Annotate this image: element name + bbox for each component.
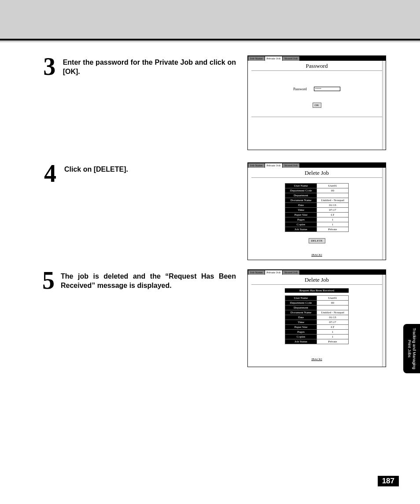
table-row: User NameUser01 [285, 296, 349, 301]
step-text: The job is deleted and the “Request Has … [61, 269, 236, 291]
delete-button[interactable]: DELETE [309, 238, 325, 243]
table-row: Date01/13 [285, 315, 349, 320]
page-body: 3 Enter the password for the Private Job… [0, 42, 420, 504]
tab-stored-job[interactable]: Stored Job [283, 270, 299, 275]
tab-bar: Job Status Private Job Stored Job [248, 56, 386, 61]
scrollbar[interactable] [382, 275, 386, 367]
tab-stored-job[interactable]: Stored Job [283, 56, 299, 61]
step-number: 3 [42, 55, 57, 77]
table-row: Job StatusPrivate [285, 339, 349, 344]
back-link[interactable]: [BACK] [248, 253, 386, 257]
table-row: Department Code00 [285, 188, 349, 193]
step-text: Click on [DELETE]. [64, 162, 128, 174]
screenshot-request-received: Job Status Private Job Stored Job Delete… [247, 269, 386, 367]
tab-stored-job[interactable]: Stored Job [283, 163, 299, 168]
step-4: 4 Click on [DELETE]. [42, 162, 236, 184]
step-text: Enter the password for the Private Job a… [63, 55, 236, 77]
tab-private-job[interactable]: Private Job [265, 163, 282, 168]
table-row: User NameUser01 [285, 184, 349, 188]
tab-bar: Job Status Private Job Stored Job [248, 163, 386, 168]
table-row: Copies1 [285, 335, 349, 339]
table-row: Time07:17 [285, 208, 349, 213]
section-thumb-label: Tracking and Managing Print Jobs [407, 324, 416, 373]
scrollbar[interactable] [382, 168, 386, 260]
scrollbar[interactable] [382, 61, 386, 150]
panel-title: Delete Job [251, 275, 382, 285]
top-band [0, 0, 420, 40]
table-row: Job StatusPrivate [285, 227, 349, 232]
tab-bar: Job Status Private Job Stored Job [248, 270, 386, 275]
table-row: Time07:17 [285, 320, 349, 325]
table-row: Document NameUntitled - Notepad [285, 198, 349, 203]
step-number: 4 [42, 162, 58, 184]
table-row: Paper SizeLT [285, 213, 349, 217]
job-info-table: User NameUser01 Department Code00 Depart… [285, 183, 349, 232]
tab-job-status[interactable]: Job Status [248, 163, 265, 168]
table-row: Paper SizeLT [285, 325, 349, 330]
table-row: Date01/13 [285, 203, 349, 208]
table-row: Department [285, 305, 349, 310]
job-info-table: User NameUser01 Department Code00 Depart… [285, 295, 349, 344]
screenshot-password: Job Status Private Job Stored Job Passwo… [247, 55, 386, 150]
page-number: 187 [378, 476, 399, 486]
step-5: 5 The job is deleted and the “Request Ha… [42, 269, 236, 291]
tab-job-status[interactable]: Job Status [248, 270, 265, 275]
step-3: 3 Enter the password for the Private Job… [42, 55, 236, 77]
table-row: Copies1 [285, 222, 349, 227]
back-link[interactable]: [BACK] [248, 357, 386, 361]
table-row: Department [285, 193, 349, 198]
table-row: Department Code00 [285, 301, 349, 305]
status-banner: Request Has Been Received [285, 288, 349, 293]
table-row: Pages1 [285, 330, 349, 335]
password-label: Password [293, 87, 307, 91]
step-number: 5 [42, 269, 55, 291]
panel-title: Password [251, 61, 382, 71]
password-input[interactable]: **** [314, 87, 340, 91]
table-row: Document NameUntitled - Notepad [285, 310, 349, 315]
tab-job-status[interactable]: Job Status [248, 56, 265, 61]
section-thumb-tab: Tracking and Managing Print Jobs [403, 324, 420, 373]
tab-private-job[interactable]: Private Job [265, 270, 282, 275]
table-row: Pages1 [285, 217, 349, 222]
screenshot-delete-job: Job Status Private Job Stored Job Delete… [247, 162, 386, 260]
tab-private-job[interactable]: Private Job [265, 56, 282, 61]
panel-title: Delete Job [251, 168, 382, 178]
ok-button[interactable]: OK [313, 103, 321, 108]
